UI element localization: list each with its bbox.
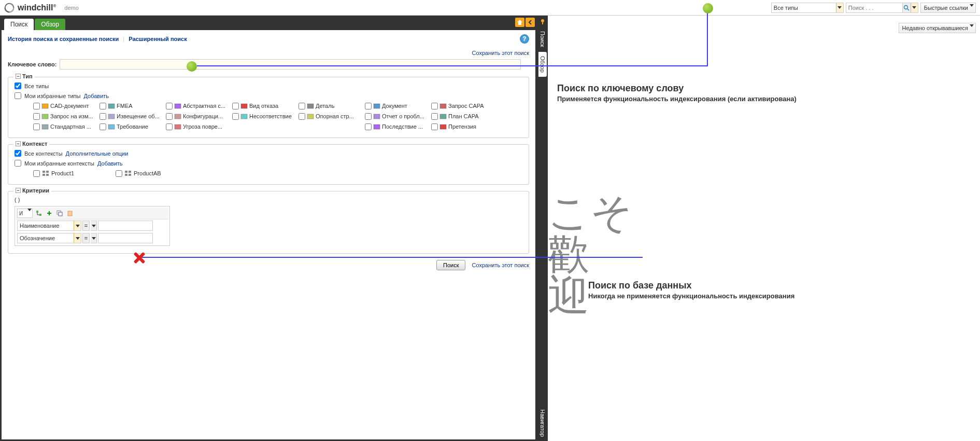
search-dropdown[interactable] xyxy=(911,3,918,12)
type-checkbox[interactable] xyxy=(33,113,40,120)
add-context-link[interactable]: Добавить xyxy=(97,160,123,167)
type-checkbox[interactable] xyxy=(299,103,305,109)
criteria-legend: − Критерии xyxy=(13,187,51,194)
home-icon[interactable] xyxy=(515,18,524,27)
fav-contexts-checkbox[interactable] xyxy=(15,160,21,167)
quick-links-label: Быстрые ссылки xyxy=(924,5,968,11)
criteria-op-dropdown[interactable] xyxy=(91,233,97,243)
search-input[interactable] xyxy=(846,5,898,11)
type-checkbox[interactable] xyxy=(33,103,40,109)
save-search-link-bottom[interactable]: Сохранить этот поиск xyxy=(472,262,529,268)
svg-line-2 xyxy=(907,9,909,10)
search-icon[interactable] xyxy=(902,3,911,12)
history-link[interactable]: История поиска и сохраненные поиски xyxy=(8,36,119,42)
type-item: Деталь xyxy=(299,102,365,109)
criteria-value-input[interactable] xyxy=(98,233,153,243)
type-label: CAD-документ xyxy=(50,103,89,109)
type-checkbox[interactable] xyxy=(100,113,106,120)
help-icon[interactable]: ? xyxy=(520,34,529,44)
all-types-checkbox[interactable] xyxy=(15,82,21,89)
all-types-label: Все типы xyxy=(24,83,49,89)
quick-links-button[interactable]: Быстрые ссылки xyxy=(920,3,976,13)
type-checkbox[interactable] xyxy=(365,103,372,109)
keyword-row: Ключевое слово: xyxy=(8,59,529,70)
svg-rect-31 xyxy=(39,214,41,216)
context-checkbox[interactable] xyxy=(116,170,122,177)
svg-rect-9 xyxy=(440,104,446,108)
type-checkbox[interactable] xyxy=(100,123,106,130)
vtab-search[interactable]: Поиск xyxy=(538,27,547,51)
vtab-overview[interactable]: Обзор xyxy=(538,52,547,77)
type-label: Запрос на изм... xyxy=(50,113,93,119)
plus-icon[interactable] xyxy=(45,209,53,217)
svg-rect-29 xyxy=(129,174,131,176)
type-label: План CAPA xyxy=(448,113,479,119)
context-checkbox[interactable] xyxy=(33,170,40,177)
type-checkbox[interactable] xyxy=(365,113,372,120)
tab-overview[interactable]: Обзор xyxy=(35,19,65,30)
type-item: Претензия xyxy=(431,123,498,130)
type-checkbox[interactable] xyxy=(431,113,438,120)
save-search-link-top[interactable]: Сохранить этот поиск xyxy=(8,50,529,56)
anno2-title: Поиск по базе данных xyxy=(588,280,794,291)
fav-types-checkbox[interactable] xyxy=(15,92,21,99)
tree-icon[interactable] xyxy=(35,209,43,217)
svg-rect-25 xyxy=(46,174,49,176)
type-item: Опорная стр... xyxy=(299,113,365,120)
type-checkbox[interactable] xyxy=(365,123,372,130)
svg-rect-14 xyxy=(307,114,314,119)
criteria-value-input[interactable] xyxy=(98,220,153,231)
annotation-line xyxy=(139,257,643,258)
add-type-link[interactable]: Добавить xyxy=(83,93,109,99)
type-checkbox[interactable] xyxy=(232,113,239,120)
recent-dropdown[interactable]: Недавно открывавшиеся xyxy=(899,23,976,33)
criteria-operator[interactable]: = xyxy=(82,220,90,231)
vtab-navigator[interactable]: Навигатор xyxy=(538,405,547,441)
collapse-icon[interactable]: − xyxy=(16,74,21,79)
criteria-op-dropdown[interactable] xyxy=(91,220,97,231)
type-icon xyxy=(108,113,115,120)
criteria-operator[interactable]: = xyxy=(82,233,90,243)
context-options-link[interactable]: Дополнительные опции xyxy=(66,150,129,157)
collapse-icon[interactable]: − xyxy=(16,188,21,193)
anno1-title: Поиск по ключевому слову xyxy=(557,83,797,94)
tab-search[interactable]: Поиск xyxy=(4,19,34,30)
and-or-select[interactable]: И xyxy=(17,209,33,218)
advanced-link[interactable]: Расширенный поиск xyxy=(129,36,187,42)
keyword-input[interactable] xyxy=(60,59,521,70)
criteria-field-select[interactable]: Наименование xyxy=(17,220,81,231)
global-search[interactable] xyxy=(846,3,918,13)
type-icon xyxy=(439,102,447,109)
svg-rect-13 xyxy=(241,114,247,119)
type-label: Угроза повре... xyxy=(183,123,222,130)
type-icon xyxy=(174,123,181,130)
search-button[interactable]: Поиск xyxy=(436,260,465,270)
type-label: Конфигураци... xyxy=(183,113,223,119)
chevron-down-icon xyxy=(836,3,843,12)
type-icon xyxy=(41,123,49,130)
type-checkbox[interactable] xyxy=(100,103,106,109)
collapse-panel-icon[interactable] xyxy=(525,18,535,27)
criteria-toolbar: И xyxy=(16,208,168,219)
type-grid: CAD-документ FMEA Абстрактная с... Вид о… xyxy=(33,102,522,130)
type-checkbox[interactable] xyxy=(166,113,173,120)
pin-icon[interactable] xyxy=(538,18,547,26)
type-checkbox[interactable] xyxy=(299,113,305,120)
type-checkbox[interactable] xyxy=(166,123,173,130)
copy-icon[interactable] xyxy=(55,209,64,217)
type-checkbox[interactable] xyxy=(166,103,173,109)
type-filter-select[interactable]: Все типы xyxy=(771,3,844,13)
type-label: Несоответствие xyxy=(249,113,292,119)
type-checkbox[interactable] xyxy=(431,103,438,109)
type-checkbox[interactable] xyxy=(431,123,438,130)
type-icon xyxy=(373,123,380,130)
collapse-icon[interactable]: − xyxy=(16,141,21,146)
all-contexts-checkbox[interactable] xyxy=(15,150,21,157)
type-checkbox[interactable] xyxy=(33,123,40,130)
type-fieldset: − Тип Все типы Мои избранные типы Добави… xyxy=(8,77,529,138)
type-checkbox[interactable] xyxy=(232,103,239,109)
paste-icon[interactable] xyxy=(66,209,74,217)
logo-icon xyxy=(4,3,15,13)
criteria-field-select[interactable]: Обозначение xyxy=(17,233,81,243)
svg-rect-24 xyxy=(42,174,45,176)
